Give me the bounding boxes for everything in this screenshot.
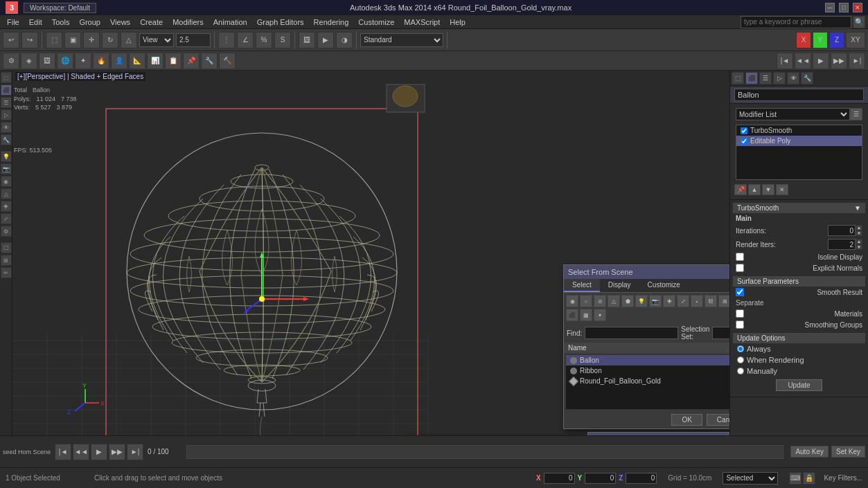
sfs-item-ballon[interactable]: Ballon (566, 355, 729, 365)
isoline-checkbox[interactable] (736, 253, 744, 261)
tb-refcoord-dropdown[interactable]: View (139, 33, 174, 47)
sfs-ok-button[interactable]: OK (671, 414, 702, 426)
render-iters-down[interactable]: ▼ (856, 244, 862, 250)
tb-viewport-layout[interactable]: Standard (360, 33, 443, 47)
tb-rotate[interactable]: ↻ (102, 32, 118, 48)
sfs-camera-icon[interactable]: 📷 (649, 295, 662, 307)
layer-title-bar[interactable]: Layer 0 (default) ? ✕ (588, 433, 729, 435)
menu-rendering[interactable]: Rendering (310, 17, 353, 28)
tb-redo[interactable]: ↪ (21, 32, 38, 48)
mod-delete-button[interactable]: ✕ (776, 184, 788, 195)
sidebar-camera-icon[interactable]: 📷 (1, 163, 12, 174)
menu-help[interactable]: Help (445, 17, 470, 28)
sfs-none-icon[interactable]: ○ (580, 295, 592, 307)
tb2-prev-frame[interactable]: |◄ (777, 53, 793, 69)
z-coord-input[interactable] (626, 473, 657, 484)
update-options-title[interactable]: Update Options (733, 333, 865, 343)
timeline-prevkey[interactable]: ◄◄ (73, 444, 89, 460)
sfs-item-round-foil[interactable]: Round_Foil_Balloon_Gold (566, 376, 729, 386)
iterations-input[interactable] (828, 225, 856, 236)
tb2-prev-key[interactable]: ◄◄ (795, 53, 811, 69)
sfs-spacewarp-icon[interactable]: ⤢ (677, 295, 689, 307)
always-radio[interactable] (737, 345, 744, 352)
sidebar-systems-icon[interactable]: ⚙ (1, 226, 12, 237)
turbosomoth-title[interactable]: TurboSmooth ▼ (733, 203, 865, 213)
sfs-shape-icon[interactable]: ⬟ (621, 295, 634, 307)
menu-maxscript[interactable]: MAXScript (400, 17, 444, 28)
mod-up-button[interactable]: ▲ (748, 184, 761, 195)
axis-y-btn[interactable]: Y (813, 32, 828, 48)
status-icon2[interactable]: 🔒 (803, 472, 815, 485)
minimize-button[interactable]: ─ (825, 3, 835, 12)
tb2-extra4[interactable]: 📌 (183, 53, 200, 69)
sidebar-select-icon[interactable]: ☐ (1, 242, 12, 253)
rp-tab-modify[interactable]: ⬛ (745, 72, 758, 84)
axis-z-btn[interactable]: Z (829, 32, 844, 48)
modifier-list-dropdown[interactable]: Modifier List (736, 108, 850, 120)
auto-key-button[interactable]: Auto Key (790, 446, 829, 458)
search-input[interactable] (741, 16, 851, 28)
axis-xy-btn[interactable]: XY (846, 32, 865, 48)
tb-move[interactable]: ✛ (83, 32, 100, 48)
tb-angle-snap[interactable]: ∠ (237, 32, 254, 48)
update-button[interactable]: Update (776, 379, 822, 391)
sfs-item-ribbon[interactable]: Ribbon (566, 365, 729, 376)
explicit-normals-checkbox[interactable] (736, 264, 744, 272)
manually-radio[interactable] (737, 368, 744, 374)
render-iters-up[interactable]: ▲ (856, 239, 862, 244)
tb-render[interactable]: ▶ (317, 32, 334, 48)
tb2-play[interactable]: ▶ (813, 53, 829, 69)
sidebar-paint-icon[interactable]: ✏ (1, 267, 12, 278)
tb2-next-key[interactable]: ▶▶ (831, 53, 847, 69)
smooth-result-checkbox[interactable] (736, 288, 744, 296)
iterations-up[interactable]: ▲ (856, 225, 862, 231)
tb2-extra3[interactable]: 📋 (165, 53, 181, 69)
timeline-nextkey[interactable]: ▶▶ (109, 444, 125, 460)
set-key-button[interactable]: Set Key (831, 446, 865, 458)
workspace-badge[interactable]: Workspace: Default (24, 3, 96, 13)
tb-snap-value[interactable] (176, 33, 211, 47)
tb-activeshade[interactable]: ◑ (336, 32, 353, 48)
mod-pin-button[interactable]: 📌 (734, 184, 747, 195)
tb2-extra1[interactable]: 📐 (129, 53, 145, 69)
x-coord-input[interactable] (544, 473, 575, 484)
tb-spinner-snap[interactable]: S (274, 32, 291, 48)
search-button[interactable]: 🔍 (853, 16, 865, 28)
rp-tab-create[interactable]: ⬚ (732, 72, 744, 84)
when-rendering-radio[interactable] (737, 356, 744, 363)
sfs-tab-customize[interactable]: Customize (639, 279, 689, 292)
sfs-col-icon[interactable]: ⬛ (566, 309, 578, 321)
tb2-extra5[interactable]: 🔧 (201, 53, 218, 69)
menu-create[interactable]: Create (136, 17, 167, 28)
key-filters[interactable]: Key Filters... (824, 474, 862, 482)
tb-snap-toggle[interactable]: ⋮ (218, 32, 235, 48)
menu-file[interactable]: File (3, 17, 24, 28)
sfs-all-icon[interactable]: ◉ (566, 295, 578, 307)
timeline-play[interactable]: ▶ (91, 444, 107, 460)
turbosomoth-checkbox[interactable] (741, 127, 747, 134)
menu-graph-editors[interactable]: Graph Editors (253, 17, 308, 28)
tb2-environment[interactable]: 🌐 (57, 53, 73, 69)
maximize-button[interactable]: □ (839, 3, 849, 12)
tb2-effects[interactable]: ✦ (75, 53, 91, 69)
rp-tab-display[interactable]: 👁 (787, 72, 799, 84)
tb2-extra2[interactable]: 📊 (147, 53, 163, 69)
sfs-col2-icon[interactable]: ▦ (580, 309, 592, 321)
menu-tools[interactable]: Tools (48, 17, 74, 28)
sidebar-shape-icon[interactable]: △ (1, 188, 12, 199)
sfs-geo-icon[interactable]: △ (608, 295, 620, 307)
sidebar-light-icon[interactable]: 💡 (1, 151, 12, 162)
rp-tab-hierarchy[interactable]: ☰ (759, 72, 772, 84)
status-icon1[interactable]: ⌨ (789, 472, 801, 485)
sidebar-motion-icon[interactable]: ▷ (1, 109, 12, 120)
sfs-selset-input[interactable] (712, 327, 729, 339)
tb-render-setup[interactable]: 🖼 (299, 32, 315, 48)
sidebar-hierarchy-icon[interactable]: ☰ (1, 97, 12, 108)
sfs-find-input[interactable] (585, 327, 678, 339)
tb2-schematic[interactable]: ⚙ (3, 53, 19, 69)
menu-views[interactable]: Views (106, 17, 134, 28)
sidebar-utilities-icon[interactable]: 🔧 (1, 134, 12, 145)
tb2-extra6[interactable]: 🔨 (219, 53, 236, 69)
sfs-cancel-button[interactable]: Cancel (707, 414, 729, 426)
tb-select-region[interactable]: ▣ (64, 32, 81, 48)
